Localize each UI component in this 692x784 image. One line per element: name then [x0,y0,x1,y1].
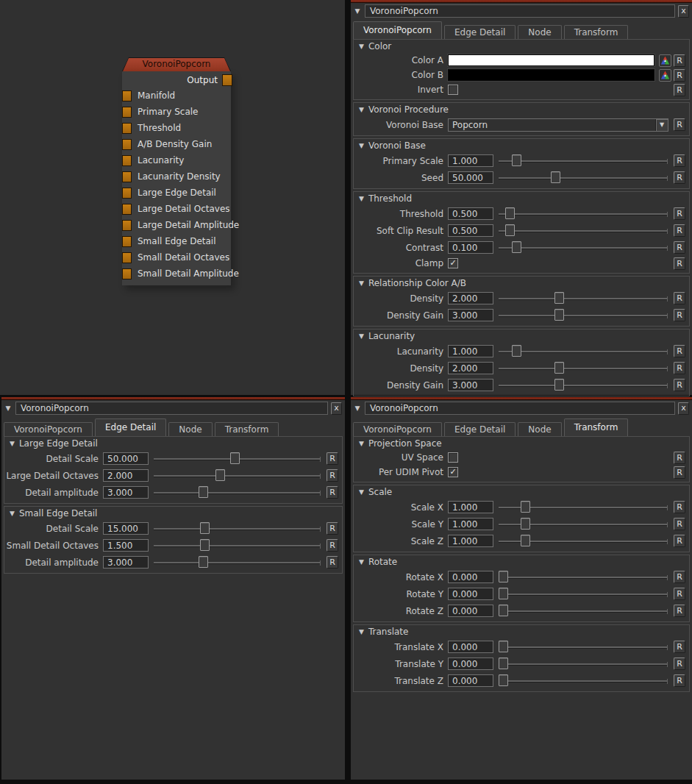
reset-button[interactable]: R [327,539,338,552]
tab-node[interactable]: Node [518,25,561,39]
uv-space-checkbox[interactable] [448,452,458,463]
tab-node[interactable]: Node [518,422,561,436]
slider-handle[interactable] [499,588,508,599]
slider-handle[interactable] [199,556,208,568]
param-value-field[interactable]: 0.000 [448,674,493,687]
slider-handle[interactable] [200,539,210,551]
reset-button[interactable]: R [674,605,685,617]
param-slider[interactable] [499,594,667,595]
reset-button[interactable]: R [327,469,338,482]
param-slider[interactable] [499,541,667,542]
param-value-field[interactable]: 3.000 [448,309,493,321]
reset-button[interactable]: R [674,171,685,184]
reset-button[interactable]: R [674,452,685,464]
reset-button[interactable]: R [674,641,685,653]
slider-handle[interactable] [512,154,521,166]
reset-button[interactable]: R [674,154,685,167]
close-icon[interactable]: x [678,402,689,415]
panel-collapse-arrow-icon[interactable]: ▼ [353,405,362,412]
slider-handle[interactable] [499,658,508,669]
reset-button[interactable]: R [674,69,685,82]
param-slider[interactable] [499,507,667,508]
section-collapse-icon[interactable]: ▼ [359,488,364,496]
input-port[interactable] [122,204,132,215]
clamp-checkbox[interactable]: ✓ [448,258,458,268]
per-udim-pivot-checkbox[interactable]: ✓ [448,467,458,477]
panel-collapse-arrow-icon[interactable]: ▼ [4,405,13,412]
section-collapse-icon[interactable]: ▼ [359,43,364,50]
input-port[interactable] [122,123,132,134]
reset-button[interactable]: R [674,535,685,547]
panel-collapse-arrow-icon[interactable]: ▼ [353,7,362,15]
param-slider[interactable] [499,247,667,249]
tab-edge-detail[interactable]: Edge Detail [444,422,516,436]
reset-button[interactable]: R [674,379,685,391]
param-slider[interactable] [499,230,667,232]
tab-transform[interactable]: Transform [564,418,629,436]
reset-button[interactable]: R [674,518,685,530]
param-value-field[interactable]: 50.000 [448,171,493,184]
param-slider[interactable] [499,663,667,665]
output-port[interactable] [222,74,232,86]
close-icon[interactable]: x [331,402,342,415]
input-port[interactable] [122,171,132,182]
slider-handle[interactable] [551,171,560,183]
reset-button[interactable]: R [674,571,685,583]
reset-button[interactable]: R [674,345,685,357]
reset-button[interactable]: R [327,452,338,465]
tab-voronoipopcorn[interactable]: VoronoiPopcorn [353,21,442,39]
voronoipopcorn-node[interactable]: VoronoiPopcorn Output Manifold Primary S… [122,57,231,285]
section-collapse-icon[interactable]: ▼ [359,106,364,113]
reset-button[interactable]: R [674,257,685,270]
reset-button[interactable]: R [674,588,685,600]
reset-button[interactable]: R [327,486,338,499]
node-header[interactable]: VoronoiPopcorn [122,57,231,71]
param-value-field[interactable]: 2.000 [448,292,493,304]
tab-voronoipopcorn[interactable]: VoronoiPopcorn [4,422,93,436]
param-slider[interactable] [499,213,667,215]
panel-title-field[interactable]: VoronoiPopcorn [365,4,675,18]
reset-button[interactable]: R [674,292,685,304]
param-value-field[interactable]: 0.100 [448,241,493,254]
slider-handle[interactable] [200,522,210,534]
tab-edge-detail[interactable]: Edge Detail [444,25,516,39]
param-slider[interactable] [499,160,667,162]
param-slider[interactable] [499,680,667,682]
color-swatch[interactable] [448,69,654,81]
param-value-field[interactable]: 0.500 [448,207,493,220]
section-collapse-icon[interactable]: ▼ [10,510,15,517]
input-port[interactable] [122,252,132,263]
node-graph-canvas[interactable]: VoronoiPopcorn Output Manifold Primary S… [0,0,345,395]
section-collapse-icon[interactable]: ▼ [359,332,364,340]
param-value-field[interactable]: 0.000 [448,571,493,583]
input-port[interactable] [122,90,132,101]
color-picker-icon[interactable] [659,69,671,82]
slider-handle[interactable] [554,292,564,304]
invert-checkbox[interactable] [448,85,458,95]
param-value-field[interactable]: 2.000 [448,362,493,374]
slider-handle[interactable] [499,571,508,582]
reset-button[interactable]: R [327,556,338,569]
panel-title-field[interactable]: VoronoiPopcorn [15,402,328,415]
slider-handle[interactable] [521,501,530,513]
reset-button[interactable]: R [674,84,685,96]
slider-handle[interactable] [499,605,508,616]
chevron-down-icon[interactable]: ▼ [655,119,668,131]
section-collapse-icon[interactable]: ▼ [359,440,364,447]
tab-transform[interactable]: Transform [215,422,279,436]
color-picker-icon[interactable] [659,54,671,67]
slider-handle[interactable] [505,224,515,236]
reset-button[interactable]: R [674,207,685,220]
reset-button[interactable]: R [674,466,685,479]
param-value-field[interactable]: 3.000 [448,379,493,391]
param-value-field[interactable]: 1.000 [448,535,493,547]
panel-title-field[interactable]: VoronoiPopcorn [365,402,675,415]
section-collapse-icon[interactable]: ▼ [359,279,364,287]
slider-handle[interactable] [554,309,564,321]
param-slider[interactable] [154,492,320,493]
param-value-field[interactable]: 1.500 [103,539,149,552]
param-slider[interactable] [499,298,667,299]
input-port[interactable] [122,107,132,118]
input-port[interactable] [122,188,132,199]
slider-handle[interactable] [512,241,521,253]
